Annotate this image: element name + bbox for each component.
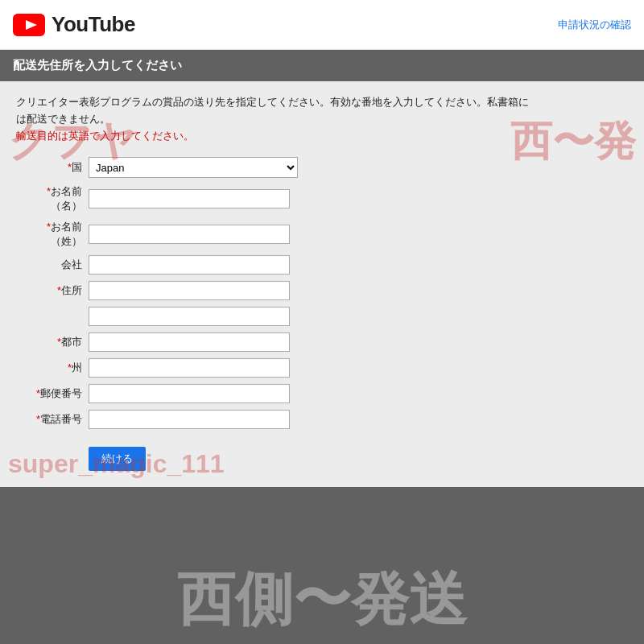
continue-button[interactable]: 続ける: [89, 447, 146, 471]
last-name-label: *お名前（姓）: [16, 220, 89, 249]
status-link[interactable]: 申請状況の確認: [558, 18, 631, 32]
desc-line3: 輸送目的は英語で入力してください。: [16, 130, 194, 142]
first-name-row: *お名前（名）: [16, 184, 628, 213]
country-select[interactable]: Japan United States: [89, 157, 298, 178]
address-input-2[interactable]: [89, 307, 290, 326]
phone-label: *電話番号: [16, 412, 89, 427]
description: クリエイター表彰プログラムの賞品の送り先を指定してください。有効な番地を入力して…: [16, 94, 628, 144]
desc-line2: は配送できません。: [16, 113, 110, 125]
address-label: *住所: [16, 283, 89, 298]
address-row: *住所: [16, 281, 628, 300]
phone-row: *電話番号: [16, 410, 628, 429]
section-header: 配送先住所を入力してください: [0, 50, 644, 81]
last-name-input[interactable]: [89, 225, 290, 244]
country-row: *国 Japan United States: [16, 157, 628, 178]
zip-label: *郵便番号: [16, 386, 89, 401]
youtube-icon: [13, 14, 45, 36]
desc-line1: クリエイター表彰プログラムの賞品の送り先を指定してください。有効な番地を入力して…: [16, 96, 529, 108]
state-input[interactable]: [89, 358, 290, 378]
section-title: 配送先住所を入力してください: [13, 58, 182, 72]
company-row: 会社: [16, 255, 628, 275]
last-name-row: *お名前（姓）: [16, 220, 628, 249]
zip-row: *郵便番号: [16, 384, 628, 403]
bottom-section: 西側〜発送: [0, 487, 644, 644]
state-row: *州: [16, 358, 628, 378]
company-label: 会社: [16, 258, 89, 272]
zip-input[interactable]: [89, 384, 290, 403]
first-name-label: *お名前（名）: [16, 184, 89, 213]
first-name-input[interactable]: [89, 189, 290, 208]
logo-area: YouTube: [13, 12, 135, 37]
city-label: *都市: [16, 335, 89, 349]
country-label: *国: [16, 160, 89, 175]
logo-text: YouTube: [52, 12, 135, 37]
city-input[interactable]: [89, 332, 290, 352]
main-content: クフヤ 西〜発 super_magic_111 クリエイター表彰プログラムの賞品…: [0, 81, 644, 487]
bottom-watermark: 西側〜発送: [177, 561, 467, 638]
header: YouTube 申請状況の確認: [0, 0, 644, 50]
address-row-2: [16, 307, 628, 326]
city-row: *都市: [16, 332, 628, 352]
address-input-1[interactable]: [89, 281, 290, 300]
state-label: *州: [16, 361, 89, 375]
phone-input[interactable]: [89, 410, 290, 429]
company-input[interactable]: [89, 255, 290, 275]
